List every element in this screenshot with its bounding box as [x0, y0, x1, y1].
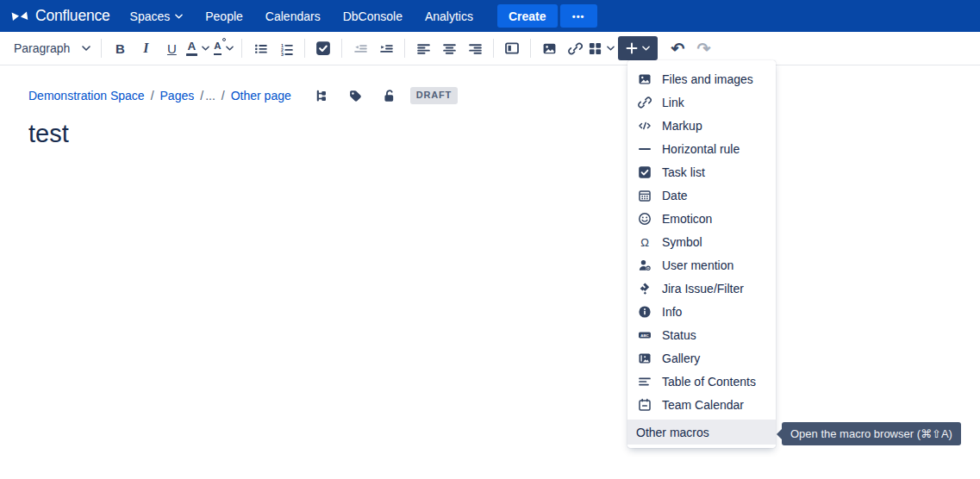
menu-item-table-of-contents[interactable]: Table of Contents [627, 370, 776, 393]
link-icon [638, 96, 652, 109]
table-of-contents-icon [638, 375, 652, 389]
menu-item-other-macros[interactable]: Other macros [627, 420, 776, 445]
confluence-home-link[interactable]: Confluence [10, 7, 110, 26]
draft-status-badge: DRAFT [410, 87, 458, 103]
more-menu-button[interactable]: ••• [560, 4, 597, 28]
breadcrumb-space-link[interactable]: Demonstration Space [28, 89, 145, 103]
menu-item-gallery[interactable]: Gallery [627, 346, 776, 370]
toolbar-divider [304, 39, 305, 58]
date-icon [638, 189, 652, 202]
more-formatting-button[interactable]: A [210, 35, 236, 61]
label-tag-icon [348, 89, 363, 103]
menu-item-link[interactable]: Link [627, 90, 776, 114]
task-list-icon [315, 40, 331, 56]
svg-text:3: 3 [281, 51, 284, 55]
insert-table-button[interactable] [588, 35, 615, 61]
align-center-button[interactable] [436, 35, 462, 61]
menu-item-date[interactable]: Date [627, 184, 776, 207]
outdent-button[interactable] [347, 35, 373, 61]
align-right-icon [468, 41, 483, 56]
markup-icon [638, 119, 652, 133]
bullet-list-button[interactable] [247, 35, 273, 61]
chevron-down-icon [202, 46, 209, 51]
italic-button[interactable]: I [133, 35, 159, 61]
more-formatting-icon: A [214, 41, 222, 55]
files-and-images-icon [638, 72, 652, 86]
nav-calendars[interactable]: Calendars [254, 0, 332, 32]
confluence-logo-icon [10, 7, 29, 26]
align-center-icon [442, 41, 457, 56]
brand-name: Confluence [35, 7, 110, 25]
align-left-icon [416, 41, 431, 56]
nav-analytics[interactable]: Analytics [414, 0, 484, 32]
tooltip-arrow [777, 429, 782, 439]
insert-more-button[interactable] [618, 36, 658, 60]
menu-item-team-calendar[interactable]: Team Calendar [627, 393, 776, 416]
jira-icon [638, 282, 652, 295]
breadcrumb-pages-link[interactable]: Pages [160, 89, 195, 103]
chevron-down-icon [607, 46, 615, 51]
page-layout-button[interactable] [499, 35, 525, 61]
page-title[interactable]: test [28, 120, 980, 148]
insert-dropdown-menu: Files and images Link Markup Horizontal … [627, 60, 776, 448]
chevron-down-icon [226, 46, 234, 51]
menu-item-symbol[interactable]: Ω Symbol [627, 230, 776, 253]
menu-item-status[interactable]: ABC Status [627, 323, 776, 346]
insert-link-button[interactable] [562, 35, 588, 61]
svg-text:ABC: ABC [640, 333, 649, 337]
bold-button[interactable]: B [107, 35, 133, 61]
chevron-down-icon [82, 46, 91, 51]
menu-item-jira-issue-filter[interactable]: Jira Issue/Filter [627, 277, 776, 300]
menu-item-task-list[interactable]: Task list [627, 160, 776, 184]
outdent-icon [353, 41, 368, 56]
menu-item-user-mention[interactable]: User mention [627, 253, 776, 277]
text-color-button[interactable]: A [184, 35, 210, 61]
menu-item-info[interactable]: Info [627, 300, 776, 323]
undo-icon: ↶ [671, 40, 684, 57]
toolbar-divider [493, 39, 494, 58]
plus-icon [626, 42, 638, 54]
align-left-button[interactable] [410, 35, 436, 61]
menu-item-horizontal-rule[interactable]: Horizontal rule [627, 137, 776, 160]
text-color-icon: A [186, 40, 197, 56]
insert-link-icon [568, 41, 583, 56]
numbered-list-button[interactable]: 123 [273, 35, 299, 61]
align-right-button[interactable] [462, 35, 488, 61]
restrictions-button[interactable] [379, 85, 400, 106]
emoticon-icon [638, 212, 652, 226]
nav-spaces[interactable]: Spaces [119, 0, 195, 32]
horizontal-rule-icon [638, 142, 652, 156]
info-icon [638, 305, 652, 319]
labels-button[interactable] [346, 85, 366, 106]
status-icon: ABC [638, 328, 652, 342]
page-meta-actions [312, 85, 400, 106]
insert-table-icon [588, 41, 602, 56]
gallery-icon [638, 351, 652, 365]
task-list-button[interactable] [310, 35, 336, 61]
indent-button[interactable] [373, 35, 399, 61]
menu-item-markup[interactable]: Markup [627, 114, 776, 137]
symbol-omega-icon: Ω [638, 235, 652, 249]
breadcrumb-ellipsis[interactable]: ... [205, 89, 215, 103]
undo-button[interactable]: ↶ [665, 35, 690, 61]
nav-people[interactable]: People [194, 0, 254, 32]
create-button[interactable]: Create [497, 4, 558, 28]
underline-button[interactable]: U [159, 35, 184, 61]
menu-item-files-and-images[interactable]: Files and images [627, 67, 776, 90]
svg-text:Ω: Ω [640, 235, 649, 248]
redo-button[interactable]: ↷ [690, 35, 716, 61]
task-list-icon [638, 165, 652, 179]
menu-item-emoticon[interactable]: Emoticon [627, 207, 776, 230]
page-tree-button[interactable] [312, 85, 333, 106]
redo-icon: ↷ [696, 40, 710, 57]
nav-dbconsole[interactable]: DbConsole [332, 0, 414, 32]
toolbar-divider [404, 39, 405, 58]
toolbar-divider [341, 39, 342, 58]
breadcrumb-current-link[interactable]: Other page [231, 89, 291, 103]
toolbar-divider [241, 39, 242, 58]
page-layout-icon [504, 40, 520, 56]
insert-image-button[interactable] [536, 35, 562, 61]
breadcrumb: Demonstration Space / Pages / ... / Othe… [28, 86, 980, 105]
paragraph-style-select[interactable]: Paragraph [9, 41, 96, 55]
macro-browser-tooltip: Open the macro browser (⌘⇧A) [782, 422, 961, 445]
